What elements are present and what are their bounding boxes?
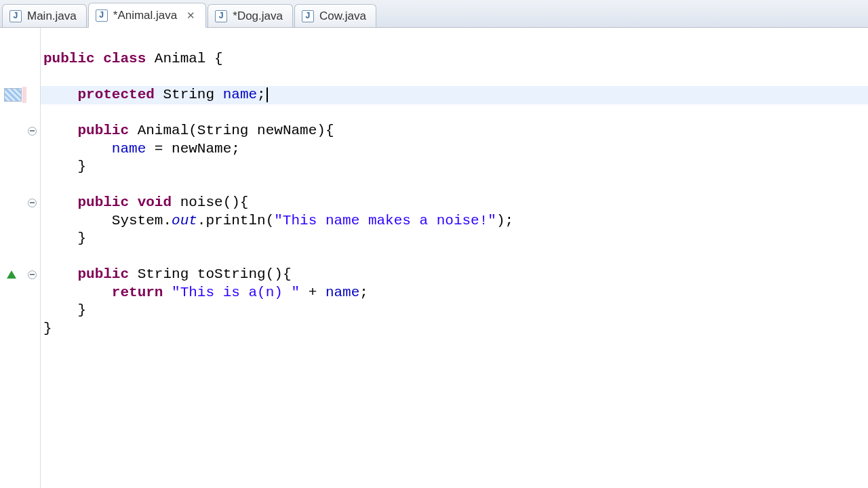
code-token: "This name makes a noise!" [274,213,496,228]
text-cursor [267,87,268,102]
code-token: name [223,87,257,102]
code-token: } [43,321,52,336]
tab-label: Cow.java [319,9,366,23]
code-token: noise(){ [180,195,249,210]
code-token [43,285,112,300]
code-line[interactable]: System.out.println("This name makes a no… [43,212,868,230]
editor-tab-2[interactable]: J*Dog.java [208,4,293,27]
editor-tab-0[interactable]: JMain.java [2,4,87,27]
code-token: public [43,51,103,66]
editor-tab-3[interactable]: JCow.java [294,4,376,27]
code-token [43,195,77,210]
code-token: String [163,87,222,102]
java-file-icon: J [302,10,314,22]
code-token: ; [359,285,368,300]
code-line[interactable]: public Animal(String newName){ [43,122,868,140]
tab-label: Main.java [27,9,77,23]
code-token: public [77,123,137,138]
code-token: name [112,141,146,157]
code-line[interactable] [43,104,868,123]
code-token [43,123,77,138]
diff-bar-icon [22,87,26,103]
code-line[interactable]: } [43,302,868,320]
code-line[interactable]: public class Animal { [43,50,868,68]
code-line[interactable] [43,68,868,87]
code-token [43,141,112,157]
code-token: name [326,285,359,300]
java-file-icon: J [215,10,227,22]
code-token [43,87,77,102]
code-line[interactable]: return "This is a(n) " + name; [43,284,868,302]
code-token: } [43,230,86,246]
change-marker-icon [4,88,22,102]
code-line[interactable]: protected String name; [43,86,868,104]
code-line[interactable]: name = newName; [43,140,868,159]
code-line[interactable] [43,248,868,266]
editor-gutter [0,28,41,488]
code-editor[interactable]: public class Animal { protected String n… [0,28,868,488]
code-line[interactable]: } [43,158,868,176]
code-line[interactable]: } [43,320,868,338]
code-token: protected [77,87,163,102]
code-line[interactable]: public String toString(){ [43,266,868,284]
code-token: Animal { [155,51,223,66]
code-token: .println( [197,213,274,228]
code-token: System. [43,213,172,228]
fold-toggle-icon[interactable] [28,199,37,207]
editor-tab-1[interactable]: J*Animal.java✕ [88,3,207,28]
code-token: } [43,159,86,174]
editor-tab-bar: JMain.javaJ*Animal.java✕J*Dog.javaJCow.j… [0,0,868,28]
close-icon[interactable]: ✕ [185,10,196,21]
fold-toggle-icon[interactable] [28,127,37,136]
code-token: ); [496,213,513,228]
code-token: } [43,302,86,318]
code-token: void [138,195,180,210]
code-token [43,266,77,282]
tab-label: *Dog.java [233,9,283,23]
code-token: class [103,51,155,66]
code-line[interactable]: public void noise(){ [43,194,868,212]
code-token: ; [257,87,266,102]
java-file-icon: J [96,9,108,22]
java-file-icon: J [9,10,22,22]
code-line[interactable]: } [43,230,868,248]
override-indicator-icon[interactable] [7,270,16,279]
code-token: public [77,195,137,210]
code-token: Animal(String newName){ [138,123,334,138]
code-token: + [300,285,326,300]
code-token: String toString(){ [138,266,292,282]
code-token: public [77,266,137,282]
code-token: out [172,213,197,228]
code-token: "This is a(n) " [172,285,300,300]
code-token: return [112,285,172,300]
tab-label: *Animal.java [113,9,178,22]
code-area[interactable]: public class Animal { protected String n… [41,28,868,488]
code-token: = newName; [146,141,240,157]
code-line[interactable] [43,176,868,195]
